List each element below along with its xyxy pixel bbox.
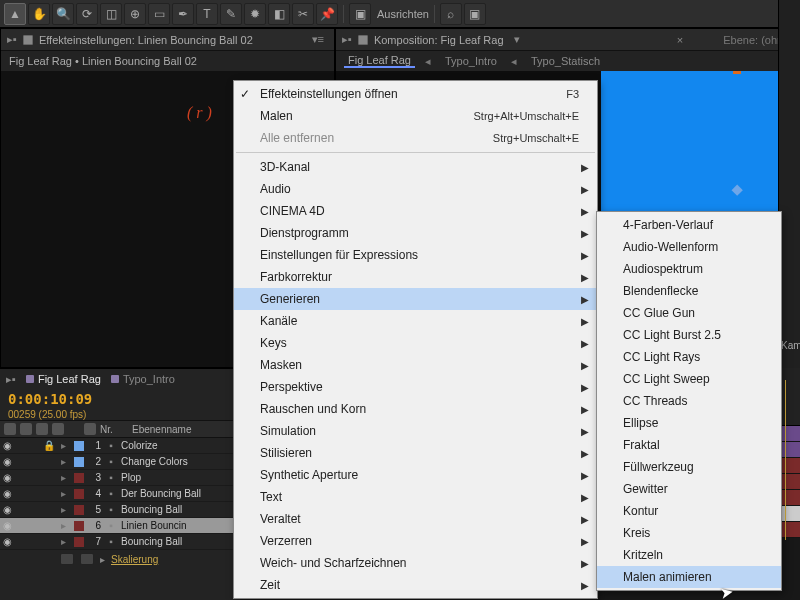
- label-color[interactable]: [74, 457, 84, 467]
- audio-column-icon[interactable]: [20, 423, 32, 435]
- comp-tab-typointro[interactable]: Typo_Intro: [441, 55, 501, 67]
- twirl-icon[interactable]: ▸: [56, 472, 70, 483]
- label-color[interactable]: [74, 473, 84, 483]
- mask-tool-icon[interactable]: ▭: [148, 3, 170, 25]
- menu-item[interactable]: Farbkorrektur▶: [234, 266, 597, 288]
- menu-item[interactable]: Keys▶: [234, 332, 597, 354]
- anchor-handle-icon[interactable]: [732, 185, 743, 196]
- eraser-tool-icon[interactable]: ◧: [268, 3, 290, 25]
- label-column-icon[interactable]: [84, 423, 96, 435]
- hand-tool-icon[interactable]: ✋: [28, 3, 50, 25]
- twirl-icon[interactable]: ▸: [56, 440, 70, 451]
- pen-tool-icon[interactable]: ✒: [172, 3, 194, 25]
- submenu-item[interactable]: Audio-Wellenform: [597, 236, 781, 258]
- brush-tool-icon[interactable]: ✎: [220, 3, 242, 25]
- panel-menu-icon[interactable]: ▸▪: [6, 373, 16, 386]
- bounds-icon[interactable]: ▣: [464, 3, 486, 25]
- type-tool-icon[interactable]: T: [196, 3, 218, 25]
- layer-name[interactable]: Bouncing Ball: [118, 504, 182, 515]
- rotate-tool-icon[interactable]: ⟳: [76, 3, 98, 25]
- solo-column-icon[interactable]: [36, 423, 48, 435]
- menu-item[interactable]: Stilisieren▶: [234, 442, 597, 464]
- submenu-item[interactable]: CC Glue Gun: [597, 302, 781, 324]
- comp-dropdown-icon[interactable]: ▾: [514, 33, 520, 46]
- visibility-icon[interactable]: ◉: [0, 536, 14, 547]
- layer-name[interactable]: Linien Bouncin: [118, 520, 187, 531]
- menu-item[interactable]: Dienstprogramm▶: [234, 222, 597, 244]
- snap-toggle-icon[interactable]: ▣: [349, 3, 371, 25]
- menu-item[interactable]: Generieren▶: [234, 288, 597, 310]
- submenu-item[interactable]: Kritzeln: [597, 544, 781, 566]
- lock-icon[interactable]: [23, 35, 33, 45]
- submenu-item[interactable]: Gewitter: [597, 478, 781, 500]
- menu-item[interactable]: 3D-Kanal▶: [234, 156, 597, 178]
- twirl-icon[interactable]: ▸: [56, 536, 70, 547]
- comp-tab-typostatisch[interactable]: Typo_Statisch: [527, 55, 604, 67]
- menu-item[interactable]: Einstellungen für Expressions▶: [234, 244, 597, 266]
- menu-item[interactable]: Masken▶: [234, 354, 597, 376]
- layer-name[interactable]: Plop: [118, 472, 141, 483]
- label-color[interactable]: [74, 505, 84, 515]
- twirl-icon[interactable]: ▸: [56, 488, 70, 499]
- panel-menu-icon[interactable]: ▸▪: [7, 33, 17, 46]
- menu-item[interactable]: Kanäle▶: [234, 310, 597, 332]
- visibility-icon[interactable]: ◉: [0, 456, 14, 467]
- selection-tool-icon[interactable]: ▲: [4, 3, 26, 25]
- visibility-icon[interactable]: ◉: [0, 472, 14, 483]
- submenu-item[interactable]: Ellipse: [597, 412, 781, 434]
- lock-icon[interactable]: 🔒: [42, 440, 56, 451]
- current-timecode[interactable]: 0:00:10:09: [8, 391, 92, 407]
- layer-name[interactable]: Bouncing Ball: [118, 536, 182, 547]
- panel-options-icon[interactable]: ▾≡: [308, 33, 328, 46]
- eye-column-icon[interactable]: [4, 423, 16, 435]
- submenu-item[interactable]: CC Threads: [597, 390, 781, 412]
- submenu-item[interactable]: Füllwerkzeug: [597, 456, 781, 478]
- puppet-tool-icon[interactable]: 📌: [316, 3, 338, 25]
- panbehind-tool-icon[interactable]: ⊕: [124, 3, 146, 25]
- menu-item[interactable]: ✓Effekteinstellungen öffnenF3: [234, 83, 597, 105]
- scale-property[interactable]: Skalierung: [111, 554, 158, 565]
- menu-item[interactable]: Audio▶: [234, 178, 597, 200]
- menu-item[interactable]: Weich- und Scharfzeichnen▶: [234, 552, 597, 574]
- timeline-tab-typointro[interactable]: Typo_Intro: [111, 373, 175, 385]
- layer-name[interactable]: Change Colors: [118, 456, 188, 467]
- menu-item[interactable]: Rauschen und Korn▶: [234, 398, 597, 420]
- roto-tool-icon[interactable]: ✂: [292, 3, 314, 25]
- timeline-tab-figleaf[interactable]: Fig Leaf Rag: [26, 373, 101, 385]
- visibility-icon[interactable]: ◉: [0, 488, 14, 499]
- panel-menu-icon[interactable]: ▸▪: [342, 33, 352, 46]
- visibility-icon[interactable]: ◉: [0, 520, 14, 531]
- submenu-item[interactable]: Kontur: [597, 500, 781, 522]
- close-icon[interactable]: ×: [673, 34, 687, 46]
- camera-tool-icon[interactable]: ◫: [100, 3, 122, 25]
- submenu-item[interactable]: CC Light Burst 2.5: [597, 324, 781, 346]
- twirl-icon[interactable]: ▸: [56, 456, 70, 467]
- submenu-item[interactable]: CC Light Rays: [597, 346, 781, 368]
- menu-item[interactable]: Zeit▶: [234, 574, 597, 596]
- layer-name[interactable]: Der Bouncing Ball: [118, 488, 201, 499]
- label-color[interactable]: [74, 537, 84, 547]
- submenu-item[interactable]: Audiospektrum: [597, 258, 781, 280]
- playhead[interactable]: [785, 380, 786, 540]
- search-icon[interactable]: ⌕: [440, 3, 462, 25]
- camera-tab-label[interactable]: Kame: [781, 340, 800, 351]
- submenu-item[interactable]: Malen animieren: [597, 566, 781, 588]
- menu-item[interactable]: Perspektive▶: [234, 376, 597, 398]
- visibility-icon[interactable]: ◉: [0, 440, 14, 451]
- visibility-icon[interactable]: ◉: [0, 504, 14, 515]
- menu-item[interactable]: Text▶: [234, 486, 597, 508]
- label-color[interactable]: [74, 489, 84, 499]
- switches-toggle-icon[interactable]: [60, 553, 74, 565]
- twirl-icon[interactable]: ▸: [56, 520, 70, 531]
- menu-item[interactable]: MalenStrg+Alt+Umschalt+E: [234, 105, 597, 127]
- zoom-tool-icon[interactable]: 🔍: [52, 3, 74, 25]
- menu-item[interactable]: Veraltet▶: [234, 508, 597, 530]
- submenu-item[interactable]: Fraktal: [597, 434, 781, 456]
- comp-tab-figleaf[interactable]: Fig Leaf Rag: [344, 54, 415, 68]
- submenu-item[interactable]: 4-Farben-Verlauf: [597, 214, 781, 236]
- twirl-icon[interactable]: ▸: [56, 504, 70, 515]
- submenu-item[interactable]: CC Light Sweep: [597, 368, 781, 390]
- lock-column-icon[interactable]: [52, 423, 64, 435]
- modes-toggle-icon[interactable]: [80, 553, 94, 565]
- layer-name[interactable]: Colorize: [118, 440, 158, 451]
